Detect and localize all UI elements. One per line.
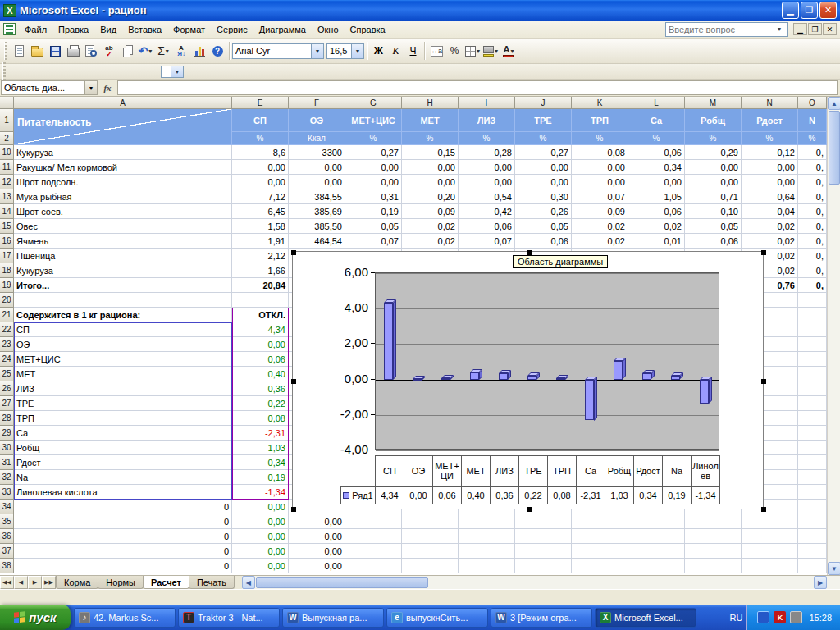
formula-input[interactable] [117, 80, 838, 95]
merge-center-icon[interactable]: ↔a [427, 42, 445, 60]
chart-area[interactable]: 6,004,002,000,00-2,00-4,00СП4,34ОЭ0,00МЕ… [292, 251, 764, 509]
save-icon[interactable] [46, 42, 64, 60]
cell[interactable] [459, 544, 515, 559]
cell[interactable] [798, 411, 827, 426]
selection-handle[interactable] [761, 379, 766, 384]
header-title-cell[interactable]: ОЭ [289, 109, 345, 132]
sort-asc-icon[interactable]: АЯ↓ [172, 42, 190, 60]
bar-МЕТ[interactable] [470, 372, 479, 380]
cell[interactable]: 1,66 [232, 263, 289, 278]
cell[interactable]: 20,84 [232, 278, 289, 293]
cell[interactable] [798, 381, 827, 396]
cell[interactable] [742, 544, 798, 559]
cell[interactable]: Итого... [14, 278, 232, 293]
cell[interactable] [685, 559, 742, 573]
scroll-right-icon[interactable]: ▶ [814, 576, 827, 589]
cell[interactable]: Са [14, 426, 232, 441]
cell[interactable] [798, 470, 827, 485]
name-box-dropdown[interactable]: ▾ [85, 80, 98, 95]
cell[interactable]: 0,10 [685, 204, 742, 219]
cell[interactable]: 0,00 [459, 175, 515, 189]
bar-Са[interactable] [585, 380, 594, 421]
workbook-minimize-button[interactable]: ▁ [793, 23, 807, 35]
row-header-24[interactable]: 24 [0, 352, 14, 367]
header-unit-cell[interactable]: % [628, 132, 685, 145]
cell[interactable] [459, 559, 515, 573]
cell[interactable]: 0,00 [289, 514, 345, 529]
cell[interactable]: 0,00 [289, 160, 345, 175]
cell[interactable] [742, 514, 798, 529]
cell[interactable]: 0,00 [232, 337, 289, 352]
header-title-cell[interactable]: МЕТ [402, 109, 459, 132]
menu-вид[interactable]: Вид [94, 22, 122, 37]
header-unit-cell[interactable]: % [572, 132, 628, 145]
cell[interactable]: 0,02 [742, 234, 798, 249]
row-header-35[interactable]: 35 [0, 514, 14, 529]
cell[interactable]: 0,00 [402, 175, 459, 189]
row-header-34[interactable]: 34 [0, 500, 14, 514]
sheet-tab-расчет[interactable]: Расчет [143, 576, 189, 589]
column-header-L[interactable]: L [628, 97, 685, 109]
cell[interactable] [798, 559, 827, 573]
name-box[interactable]: Область диа... [1, 80, 85, 95]
cell[interactable]: МЕТ+ЦИС [14, 352, 232, 367]
cell[interactable]: 0,64 [742, 189, 798, 204]
row-header-29[interactable]: 29 [0, 426, 14, 441]
row-header-25[interactable]: 25 [0, 367, 14, 381]
row-header-27[interactable]: 27 [0, 396, 14, 411]
taskbar-task-music[interactable]: 42. Markus Sc... [74, 608, 176, 628]
font-size-combo[interactable]: 16,5 ▾ [326, 43, 364, 59]
row-header-1[interactable]: 1 [0, 109, 14, 132]
cell[interactable] [402, 559, 459, 573]
menu-формат[interactable]: Формат [167, 22, 211, 37]
display-tray-icon[interactable] [757, 611, 769, 623]
cell[interactable] [459, 529, 515, 544]
header-unit-cell[interactable]: % [232, 132, 289, 145]
header-title-cell[interactable]: СП [232, 109, 289, 132]
cell[interactable] [798, 426, 827, 441]
row-header-13[interactable]: 13 [0, 189, 14, 204]
cell[interactable]: 384,55 [289, 189, 345, 204]
cell[interactable]: 0,00 [232, 514, 289, 529]
row-header-22[interactable]: 22 [0, 322, 14, 337]
cell[interactable] [798, 485, 827, 500]
cell[interactable]: 0, [798, 219, 827, 234]
cell-a1-nutrition-header[interactable]: Питательность [14, 109, 232, 145]
first-sheet-icon[interactable]: ◀◀ [0, 576, 14, 589]
cell[interactable]: 0,27 [345, 145, 402, 160]
cell[interactable]: Кукуруза [14, 263, 232, 278]
selection-handle[interactable] [291, 507, 296, 512]
row-header-15[interactable]: 15 [0, 219, 14, 234]
bar-Робщ[interactable] [614, 361, 623, 379]
cell[interactable]: 0,15 [402, 145, 459, 160]
cell[interactable]: 385,69 [289, 204, 345, 219]
font-color-icon[interactable]: А▾ [500, 42, 518, 60]
cell[interactable]: 0,29 [685, 145, 742, 160]
cell[interactable]: 0,06 [628, 204, 685, 219]
percent-icon[interactable]: % [445, 42, 463, 60]
chart-wizard-icon[interactable] [190, 42, 208, 60]
cell[interactable] [515, 529, 572, 544]
print-icon[interactable] [64, 42, 82, 60]
cell[interactable]: 0,34 [628, 160, 685, 175]
row-header-37[interactable]: 37 [0, 544, 14, 559]
cell[interactable] [798, 322, 827, 337]
mouse-tray-icon[interactable] [790, 611, 802, 623]
autosum-icon[interactable]: Σ▾ [154, 42, 172, 60]
cell[interactable] [232, 293, 289, 308]
cell[interactable]: 3300 [289, 145, 345, 160]
cell[interactable]: 0,22 [232, 396, 289, 411]
cell[interactable]: 0,00 [232, 559, 289, 573]
cell[interactable]: 0,05 [345, 219, 402, 234]
cell[interactable] [798, 337, 827, 352]
cell[interactable]: 0 [14, 544, 232, 559]
cell[interactable]: 0,42 [459, 204, 515, 219]
cell[interactable] [345, 544, 402, 559]
cell[interactable] [572, 514, 628, 529]
cell[interactable]: 0, [798, 278, 827, 293]
cell[interactable]: 0, [798, 175, 827, 189]
cell[interactable]: СП [14, 322, 232, 337]
cell[interactable] [628, 514, 685, 529]
cell[interactable]: 0,06 [232, 352, 289, 367]
row-header-23[interactable]: 23 [0, 337, 14, 352]
